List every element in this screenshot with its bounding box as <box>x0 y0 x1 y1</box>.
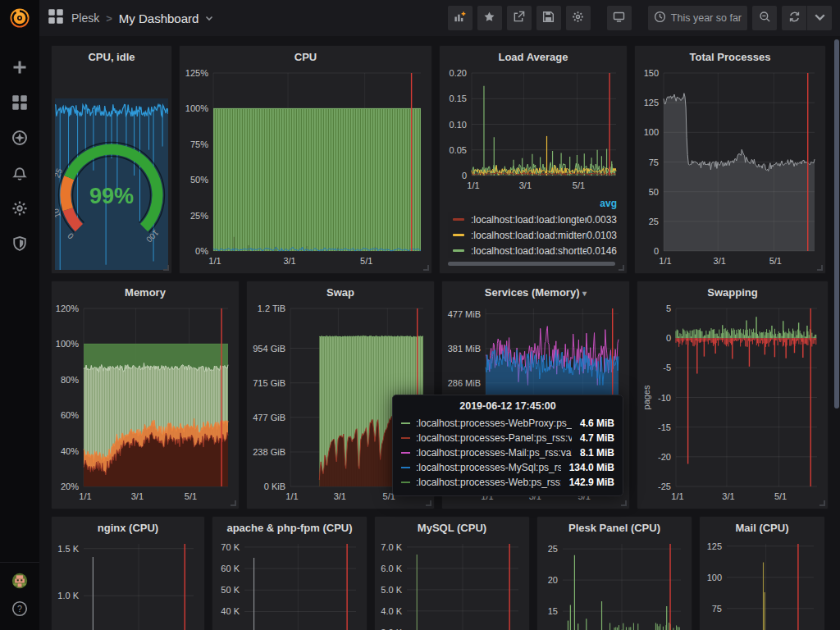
panel-title[interactable]: CPU, idle <box>52 46 171 67</box>
panel-title[interactable]: Mail (CPU) <box>700 517 824 538</box>
share-button[interactable] <box>507 6 532 30</box>
page-title[interactable]: My Dashboard <box>119 11 199 25</box>
add-panel-icon <box>454 11 466 25</box>
memory-chart[interactable]: 20%40%60%80%100%120%1/13/15/1 <box>56 304 235 504</box>
panel-resize-handle[interactable] <box>231 500 236 506</box>
refresh-icon <box>788 11 801 25</box>
panel-title[interactable]: Plesk Panel (CPU) <box>537 517 692 538</box>
svg-text:100: 100 <box>644 127 659 137</box>
plesk-panel-cpu-chart[interactable]: 25201510 <box>541 540 687 630</box>
panel-title-text: Plesk Panel (CPU) <box>568 522 660 534</box>
legend-row[interactable]: :localhost:load:load:longterm0.0033 <box>448 212 620 227</box>
bell-icon <box>11 165 28 185</box>
panel-title[interactable]: Total Processes <box>635 46 825 67</box>
svg-text:0: 0 <box>462 171 467 180</box>
refresh-interval-button[interactable] <box>807 6 832 30</box>
user-avatar[interactable] <box>11 573 28 589</box>
star-button[interactable] <box>477 6 502 30</box>
breadcrumb-app[interactable]: Plesk <box>71 11 99 25</box>
panel-title[interactable]: nginx (CPU) <box>52 517 204 538</box>
time-range-picker[interactable]: This year so far <box>648 6 747 30</box>
panel-resize-handle[interactable] <box>423 265 429 271</box>
legend-series-label[interactable]: :localhost:load:load:shortterm <box>471 245 587 257</box>
graph-tooltip: 2019-06-12 17:45:00 :localhost:processes… <box>392 395 623 496</box>
total-processes-chart[interactable]: 02550751001251501/13/15/1 <box>639 69 821 269</box>
tooltip-series-label: :localhost:processes-MySql:ps_rss:value: <box>416 462 561 473</box>
dashboard-settings-button[interactable] <box>566 6 591 30</box>
svg-text:120%: 120% <box>56 304 79 313</box>
legend: avg :localhost:load:load:longterm0.0033:… <box>448 196 620 270</box>
svg-text:99%: 99% <box>89 184 134 208</box>
mysql-cpu-chart[interactable]: 7.0 K6.0 K5.0 K4.0 K3.0 K <box>379 540 525 630</box>
panel-title-text: Mail (CPU) <box>736 522 789 534</box>
tooltip-series-value: 142.9 MiB <box>561 477 614 488</box>
tooltip-row: :localhost:processes-WebProxy:ps_rss:val… <box>401 416 614 431</box>
panel-resize-handle[interactable] <box>426 500 431 506</box>
toolbar: This year so far <box>448 6 832 30</box>
page-scrollbar-thumb[interactable] <box>834 39 839 409</box>
panel-row-1: CPU, idle 0102510099% CPU 0%25%50%75%100… <box>51 45 830 274</box>
svg-text:5/1: 5/1 <box>769 256 782 266</box>
panel-resize-handle[interactable] <box>619 265 624 271</box>
gear-icon <box>11 200 28 220</box>
nginx-cpu-chart[interactable]: 1.5 K1.0 K0.5 K <box>56 540 200 630</box>
save-button[interactable] <box>536 6 561 30</box>
panel-title-text: CPU <box>294 51 317 63</box>
panel-title[interactable]: Load Average <box>440 46 627 67</box>
legend-series-label[interactable]: :localhost:load:load:longterm <box>471 214 587 226</box>
panel-title[interactable]: MySQL (CPU) <box>375 517 529 538</box>
load-average-chart[interactable]: 00.050.100.150.201/13/15/1 <box>444 69 623 194</box>
panel-title[interactable]: Memory <box>52 281 239 303</box>
svg-text:0%: 0% <box>195 246 208 256</box>
cpu-chart[interactable]: 0%25%50%75%100%125%1/13/15/1 <box>184 69 427 269</box>
tv-mode-button[interactable] <box>607 6 632 30</box>
legend-row[interactable]: :localhost:load:load:shortterm0.0146 <box>448 243 620 258</box>
sidebar-item-alerting[interactable] <box>11 167 28 183</box>
star-icon <box>483 11 495 25</box>
swapping-chart[interactable]: 50-5-10-15-20-251/13/15/1pages <box>641 304 824 504</box>
navbar: Plesk > My Dashboard This year so far <box>39 0 840 36</box>
panel-nginx-cpu: nginx (CPU) 1.5 K1.0 K0.5 K <box>51 516 205 630</box>
caret-down-icon <box>814 11 826 25</box>
panel-resize-handle[interactable] <box>621 500 627 506</box>
panel-total-processes: Total Processes 02550751001251501/13/15/… <box>634 45 826 274</box>
svg-text:25: 25 <box>649 217 659 226</box>
panel-title[interactable]: Swapping <box>637 281 828 303</box>
mail-cpu-chart[interactable]: 12510075 <box>704 540 820 630</box>
dashboard-apps-button[interactable] <box>48 10 64 26</box>
legend-scrollbar[interactable] <box>448 262 615 266</box>
breadcrumb[interactable]: Plesk > My Dashboard <box>71 11 213 25</box>
plus-icon <box>11 59 28 79</box>
sidebar-item-configuration[interactable] <box>11 202 28 218</box>
grafana-logo[interactable] <box>0 0 39 36</box>
help-button[interactable]: ? <box>11 602 28 619</box>
panel-title[interactable]: CPU <box>180 46 431 67</box>
legend-row[interactable]: :localhost:load:load:midterm0.0103 <box>448 227 620 243</box>
grid-icon <box>11 94 28 114</box>
sidebar-item-explore[interactable] <box>11 131 28 148</box>
zoom-out-button[interactable] <box>752 6 777 30</box>
tooltip-row: :localhost:processes-Panel:ps_rss:value:… <box>401 431 614 445</box>
svg-text:125%: 125% <box>185 69 208 78</box>
legend-series-label[interactable]: :localhost:load:load:midterm <box>471 230 587 241</box>
sidebar-item-create[interactable] <box>11 61 28 77</box>
series-color-swatch <box>401 467 410 468</box>
refresh-button[interactable] <box>782 6 806 30</box>
svg-text:0: 0 <box>666 333 671 343</box>
add-panel-button[interactable] <box>448 6 472 30</box>
panel-title[interactable]: Swap <box>247 281 434 303</box>
sidebar-item-server-admin[interactable] <box>11 237 28 253</box>
panel-title-text: Memory <box>125 286 166 299</box>
panel-resize-handle[interactable] <box>819 500 825 506</box>
tooltip-series-label: :localhost:processes-Mail:ps_rss:value: <box>416 447 572 459</box>
apache-php-fpm-cpu-chart[interactable]: 70 K60 K50 K40 K30 K <box>217 540 363 630</box>
series-color-swatch <box>453 234 464 236</box>
svg-text:25: 25 <box>548 544 558 554</box>
panel-title[interactable]: Services (Memory) ▾ <box>442 281 629 303</box>
sidebar-item-dashboards[interactable] <box>11 96 28 112</box>
panel-resize-handle[interactable] <box>163 265 169 271</box>
cpu-idle-gauge[interactable]: 0102510099% <box>55 98 168 270</box>
panel-title[interactable]: apache & php-fpm (CPU) <box>212 517 367 538</box>
panel-resize-handle[interactable] <box>817 265 823 271</box>
legend-avg-header[interactable]: avg <box>600 198 617 209</box>
